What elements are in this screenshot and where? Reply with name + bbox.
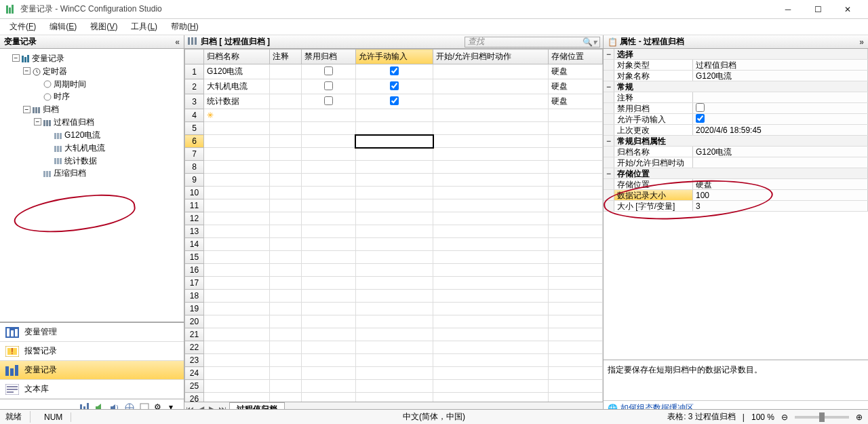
cell-name[interactable]: G120电流 [204, 64, 270, 79]
row-number[interactable]: 26 [185, 393, 204, 402]
cell-manual[interactable] [355, 367, 433, 380]
cell-comment[interactable] [270, 225, 301, 238]
cell-comment[interactable] [270, 393, 301, 402]
row-number[interactable]: 20 [185, 315, 204, 328]
cell-action[interactable] [433, 199, 549, 212]
navigation-tree[interactable]: −变量记录 −定时器 周期时间 时序 −归档 −过程值归档 [0, 49, 184, 322]
row-number[interactable]: 2 [185, 79, 204, 94]
cell-name[interactable] [204, 161, 270, 174]
cell-comment[interactable] [270, 174, 301, 187]
cell-manual[interactable] [355, 264, 433, 277]
cell-manual[interactable] [355, 238, 433, 251]
cell-loc[interactable] [548, 225, 602, 238]
tree-compress[interactable]: 压缩归档 [54, 168, 86, 178]
cell-action[interactable] [433, 380, 549, 393]
menu-tools[interactable]: 工具(L) [124, 21, 164, 33]
prop-disable-value[interactable] [693, 103, 868, 113]
cell-name[interactable] [204, 251, 270, 264]
cell-disable[interactable] [301, 393, 355, 402]
tree-root[interactable]: 变量记录 [32, 54, 64, 63]
cell-disable[interactable] [301, 187, 355, 199]
cell-manual[interactable] [355, 354, 433, 367]
row-number[interactable]: 5 [185, 122, 204, 135]
search-input[interactable]: 查找 🔍 ▾ [465, 37, 600, 47]
cell-name[interactable] [204, 264, 270, 277]
cell-loc[interactable] [548, 290, 602, 303]
cell-name[interactable] [204, 328, 270, 341]
cell-action[interactable] [433, 341, 549, 354]
col-loc[interactable]: 存储位置 [548, 50, 602, 64]
cell-name[interactable] [204, 380, 270, 393]
cell-manual[interactable] [355, 64, 433, 79]
cell-name[interactable] [204, 367, 270, 380]
shortcut-tag-management[interactable]: 变量管理 [0, 323, 184, 342]
row-number[interactable]: 9 [185, 174, 204, 187]
cell-action[interactable] [433, 174, 549, 187]
cell-name[interactable] [204, 303, 270, 315]
prop-recsize-value[interactable]: 100 [693, 190, 868, 200]
cell-loc[interactable] [548, 199, 602, 212]
cell-disable[interactable] [301, 303, 355, 315]
cell-action[interactable] [433, 148, 549, 161]
cell-disable[interactable] [301, 135, 355, 148]
cell-action[interactable] [433, 94, 549, 109]
cell-action[interactable] [433, 277, 549, 290]
row-number[interactable]: 15 [185, 251, 204, 264]
cell-name[interactable] [204, 315, 270, 328]
cell-comment[interactable] [270, 341, 301, 354]
cell-disable[interactable] [301, 290, 355, 303]
cell-comment[interactable] [270, 161, 301, 174]
cell-action[interactable] [433, 225, 549, 238]
maximize-button[interactable]: ☐ [803, 0, 833, 19]
cell-disable[interactable] [301, 94, 355, 109]
cell-comment[interactable] [270, 277, 301, 290]
row-number[interactable]: 24 [185, 367, 204, 380]
cell-loc[interactable] [548, 354, 602, 367]
cell-manual[interactable] [355, 187, 433, 199]
cell-manual[interactable] [355, 135, 433, 148]
cell-action[interactable] [433, 393, 549, 402]
group-toggle[interactable]: − [604, 49, 614, 59]
row-number[interactable]: 14 [185, 238, 204, 251]
cell-disable[interactable] [301, 251, 355, 264]
cell-manual[interactable] [355, 290, 433, 303]
row-number[interactable]: 1 [185, 64, 204, 79]
cell-disable[interactable] [301, 238, 355, 251]
col-action[interactable]: 开始/允许归档时动作 [433, 50, 549, 64]
cell-name[interactable] [204, 341, 270, 354]
cell-manual[interactable] [355, 251, 433, 264]
cell-manual[interactable] [355, 328, 433, 341]
col-name[interactable]: 归档名称 [204, 50, 270, 64]
cell-loc[interactable] [548, 187, 602, 199]
cell-name[interactable] [204, 187, 270, 199]
cell-name[interactable] [204, 238, 270, 251]
cell-comment[interactable] [270, 238, 301, 251]
cell-action[interactable] [433, 122, 549, 135]
cell-name[interactable] [204, 225, 270, 238]
group-toggle[interactable]: − [604, 81, 614, 92]
cell-loc[interactable]: 硬盘 [548, 94, 602, 109]
cell-disable[interactable] [301, 380, 355, 393]
cell-loc[interactable] [548, 135, 602, 148]
property-grid[interactable]: −选择 对象类型过程值归档 对象名称G120电流 −常规 注释 禁用归档 允许手… [604, 49, 868, 360]
cell-action[interactable] [433, 315, 549, 328]
tree-toggle[interactable]: − [23, 106, 31, 113]
cell-manual[interactable] [355, 122, 433, 135]
cell-loc[interactable] [548, 238, 602, 251]
cell-manual[interactable] [355, 341, 433, 354]
menu-view[interactable]: 视图(V) [83, 21, 124, 33]
zoom-out-button[interactable]: ⊖ [781, 412, 788, 422]
cell-comment[interactable] [270, 148, 301, 161]
cell-disable[interactable] [301, 122, 355, 135]
cell-disable[interactable] [301, 109, 355, 122]
cell-comment[interactable] [270, 315, 301, 328]
row-number[interactable]: 19 [185, 303, 204, 315]
tree-a3[interactable]: 统计数据 [64, 155, 97, 165]
cell-manual[interactable] [355, 303, 433, 315]
close-button[interactable]: ✕ [833, 0, 863, 19]
cell-comment[interactable] [270, 328, 301, 341]
cell-comment[interactable] [270, 187, 301, 199]
cell-manual[interactable] [355, 315, 433, 328]
cell-comment[interactable] [270, 135, 301, 148]
zoom-in-button[interactable]: ⊕ [856, 412, 863, 422]
